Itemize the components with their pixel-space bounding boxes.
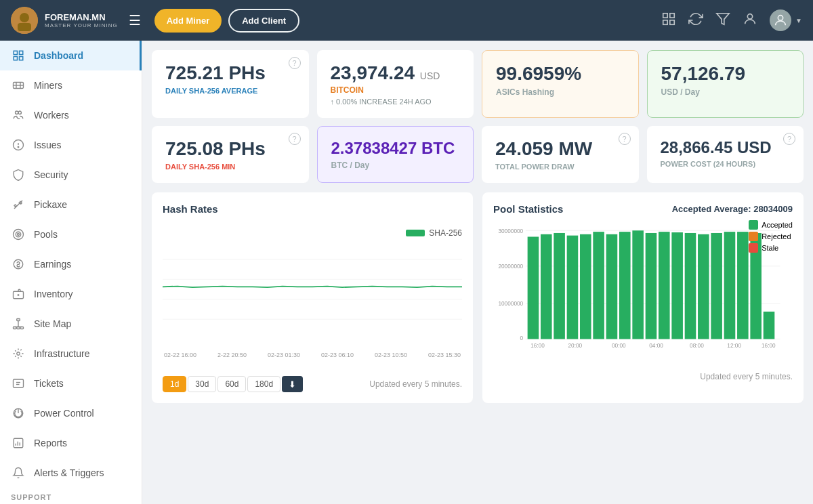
svg-rect-43 <box>14 438 23 448</box>
dashboard-icon[interactable] <box>661 12 676 30</box>
main-layout: Dashboard Miners Workers Issues Security <box>0 41 813 504</box>
svg-rect-6 <box>663 20 667 24</box>
svg-text:0: 0 <box>520 335 524 341</box>
svg-rect-67 <box>632 230 644 339</box>
svg-rect-73 <box>711 233 722 339</box>
pools-icon <box>11 227 26 242</box>
svg-point-24 <box>14 230 24 240</box>
help-icon-1[interactable]: ? <box>289 57 301 69</box>
sidebar-item-label: Tickets <box>34 378 64 389</box>
add-miner-button[interactable]: Add Miner <box>154 9 222 33</box>
stat-value-btc-day: 2.37838427 BTC <box>331 139 460 158</box>
svg-text:08:00: 08:00 <box>690 343 704 349</box>
sidebar-item-miners[interactable]: Miners <box>0 70 142 100</box>
svg-rect-11 <box>20 51 23 54</box>
user-settings-icon[interactable] <box>743 12 757 29</box>
svg-point-37 <box>17 352 20 356</box>
pickaxe-icon <box>11 197 26 212</box>
pool-chart-header: Pool Statistics Accepted Average: 280340… <box>493 203 793 215</box>
header-buttons: Add Miner Add Client <box>154 9 300 33</box>
sidebar-item-issues[interactable]: Issues <box>0 130 142 160</box>
sidebar-item-security[interactable]: Security <box>0 160 142 190</box>
time-btn-30d[interactable]: 30d <box>188 376 216 392</box>
stat-label-asics: ASICs Hashing <box>496 87 625 97</box>
sidebar-item-label: Dashboard <box>34 50 83 61</box>
stat-value-power-cost: 28,866.45 USD <box>661 138 791 157</box>
svg-rect-74 <box>724 232 736 339</box>
help-icon-7[interactable]: ? <box>619 133 631 145</box>
stat-card-sha256-min: ? 725.08 PHs DAILY SHA-256 MIN <box>152 126 309 183</box>
miners-icon <box>11 78 26 93</box>
sidebar-item-earnings[interactable]: Earnings <box>0 249 142 279</box>
svg-rect-70 <box>671 232 683 339</box>
alerts-icon <box>11 465 26 480</box>
download-button[interactable]: ⬇ <box>282 376 303 392</box>
stat-label-power-cost: POWER COST (24 HOURS) <box>661 160 791 168</box>
hashrate-x-labels: 02-22 16:00 2-22 20:50 02-23 01:30 02-23… <box>163 352 462 358</box>
sidebar-item-label: Alerts & Triggers <box>34 467 104 478</box>
sidebar-item-sitemap[interactable]: Site Map <box>0 309 142 339</box>
avatar-button[interactable]: ▼ <box>770 9 802 31</box>
sidebar-item-reports[interactable]: Reports <box>0 428 142 458</box>
refresh-icon[interactable] <box>688 12 703 29</box>
stats-row-1: ? 725.21 PHs DAILY SHA-256 AVERAGE 23,97… <box>152 50 804 118</box>
sidebar: Dashboard Miners Workers Issues Security <box>0 41 142 504</box>
help-icon-8[interactable]: ? <box>783 133 795 145</box>
sidebar-item-dashboard[interactable]: Dashboard <box>0 41 142 70</box>
svg-rect-68 <box>646 233 657 339</box>
svg-rect-66 <box>619 232 631 339</box>
sidebar-item-infrastructure[interactable]: Infrastructure <box>0 339 142 369</box>
stat-increase-bitcoin: ↑ 0.00% INCREASE 24H AGO <box>331 98 461 106</box>
svg-rect-31 <box>17 319 20 321</box>
chevron-down-icon: ▼ <box>795 17 802 24</box>
stat-value-usd-day: 57,126.79 <box>661 63 790 85</box>
svg-rect-72 <box>698 234 709 339</box>
svg-point-9 <box>778 16 783 20</box>
add-client-button[interactable]: Add Client <box>228 9 299 33</box>
sidebar-item-pickaxe[interactable]: Pickaxe <box>0 190 142 219</box>
hashrate-footer: 1d 30d 60d 180d ⬇ Updated every 5 minute… <box>163 376 462 392</box>
sidebar-item-inventory[interactable]: Inventory <box>0 279 142 309</box>
svg-text:20000000: 20000000 <box>498 264 523 270</box>
help-icon-5[interactable]: ? <box>289 133 301 145</box>
stat-card-sha256-avg: ? 725.21 PHs DAILY SHA-256 AVERAGE <box>152 50 309 118</box>
time-btn-180d[interactable]: 180d <box>247 376 280 392</box>
logo-text: FOREMAN.MN MASTER YOUR MINING <box>45 12 118 28</box>
svg-rect-3 <box>663 13 667 17</box>
svg-rect-63 <box>580 234 591 339</box>
sidebar-item-alerts[interactable]: Alerts & Triggers <box>0 458 142 488</box>
svg-rect-13 <box>14 57 17 60</box>
filter-icon[interactable] <box>715 12 730 29</box>
sidebar-item-powercontrol[interactable]: Power Control <box>0 398 142 428</box>
svg-point-1 <box>20 13 29 22</box>
stat-value-asics: 99.6959% <box>496 63 625 85</box>
hashrate-legend-label: SHA-256 <box>429 228 462 238</box>
hashrate-chart-card: Hash Rates SHA-256 <box>152 192 473 403</box>
sidebar-item-tickets[interactable]: Tickets <box>0 369 142 398</box>
svg-rect-65 <box>606 234 618 339</box>
svg-marker-7 <box>717 14 729 25</box>
infrastructure-icon <box>11 346 26 361</box>
svg-rect-10 <box>14 51 17 54</box>
sidebar-item-label: Security <box>34 169 68 180</box>
header: FOREMAN.MN MASTER YOUR MINING ☰ Add Mine… <box>0 0 813 41</box>
hashrate-legend: SHA-256 <box>406 228 462 238</box>
sidebar-item-pools[interactable]: Pools <box>0 219 142 249</box>
sidebar-item-workers[interactable]: Workers <box>0 100 142 130</box>
issues-icon <box>11 138 26 152</box>
stat-card-bitcoin: 23,974.24 USD BITCOIN ↑ 0.00% INCREASE 2… <box>317 50 474 118</box>
stat-value-power-draw: 24.059 MW <box>495 138 625 160</box>
sidebar-item-label: Pools <box>34 229 58 240</box>
hamburger-icon[interactable]: ☰ <box>129 12 141 28</box>
stat-card-asics: 99.6959% ASICs Hashing <box>482 50 639 118</box>
charts-row: Hash Rates SHA-256 <box>152 192 804 403</box>
sidebar-item-label: Earnings <box>34 259 71 270</box>
sidebar-item-label: Infrastructure <box>34 348 89 359</box>
svg-point-19 <box>18 111 22 114</box>
time-btn-1d[interactable]: 1d <box>163 376 186 392</box>
sidebar-support-label: SUPPORT <box>0 488 142 504</box>
svg-rect-62 <box>567 236 579 339</box>
time-btn-60d[interactable]: 60d <box>217 376 246 392</box>
pool-svg: 30000000 20000000 10000000 0 <box>493 220 793 356</box>
svg-rect-4 <box>670 13 674 17</box>
